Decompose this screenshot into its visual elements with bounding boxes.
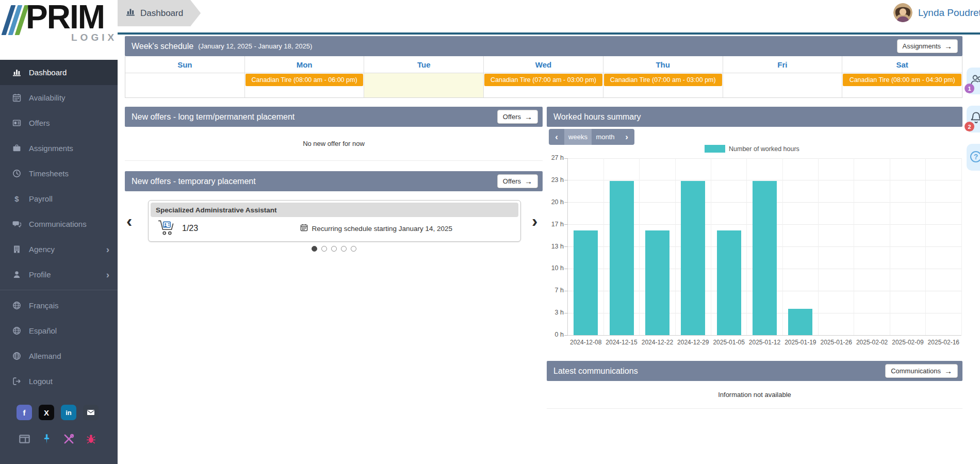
schedule-event-badge[interactable]: Canadian Tire (07:00 am - 03:00 pm): [604, 74, 722, 86]
period-prev-button[interactable]: ‹: [549, 129, 564, 145]
globe-icon: [12, 352, 21, 361]
sidebar-item-communications[interactable]: Communications: [0, 211, 118, 237]
contacts-fab[interactable]: 1: [967, 68, 980, 94]
arrow-right-icon: →: [944, 42, 952, 50]
day-cell-mon: Canadian Tire (08:00 am - 06:00 pm): [245, 73, 365, 87]
day-cell-empty-thu: [603, 87, 723, 97]
period-month-button[interactable]: month: [592, 129, 619, 145]
sidebar-item-offers[interactable]: Offers: [0, 110, 118, 136]
chart-legend: Number of worked hours: [705, 145, 799, 153]
x-axis-label: 2025-01-12: [746, 339, 783, 346]
logout-icon: [12, 377, 21, 386]
sidebar-item-francais[interactable]: Français: [0, 293, 118, 318]
offers-long-term-button[interactable]: Offers →: [497, 110, 538, 124]
tools-icon[interactable]: [61, 431, 76, 446]
sidebar-item-label: Dashboard: [29, 68, 67, 77]
sidebar-item-dashboard[interactable]: Dashboard: [0, 60, 118, 85]
sidebar-item-agency[interactable]: Agency›: [0, 237, 118, 262]
worked-hours-chart: 0 h3 h7 h10 h13 h17 h20 h23 h27 h2024-12…: [567, 158, 961, 336]
communications-button[interactable]: Communications →: [885, 364, 958, 378]
globe-icon: [12, 301, 21, 310]
sidebar-item-label: Français: [29, 301, 59, 310]
facebook-icon[interactable]: f: [17, 405, 32, 420]
sidebar-item-logout[interactable]: Logout: [0, 369, 118, 394]
sidebar-item-espanol[interactable]: Español: [0, 318, 118, 343]
notifications-fab[interactable]: 2: [967, 106, 980, 132]
period-next-button[interactable]: ›: [619, 129, 634, 145]
bar-2025-01-19[interactable]: [788, 309, 812, 335]
x-axis-label: 2024-12-15: [603, 339, 640, 346]
sidebar: PRIM LOGIX DashboardAvailabilityOffersAs…: [0, 0, 118, 464]
sidebar-item-label: Offers: [29, 119, 50, 127]
schedule-event-badge[interactable]: Canadian Tire (08:00 am - 06:00 pm): [246, 74, 364, 86]
period-weeks-button[interactable]: weeks: [564, 129, 592, 145]
contacts-badge: 1: [965, 84, 974, 93]
x-axis-label: 2025-02-02: [854, 339, 891, 346]
y-axis-label: 17 h: [543, 221, 564, 228]
bug-icon[interactable]: [83, 431, 99, 446]
browser-icon[interactable]: [17, 431, 32, 446]
bar-2024-12-22[interactable]: [645, 230, 669, 335]
globe-icon: [12, 326, 21, 336]
sidebar-item-profile[interactable]: Profile›: [0, 262, 118, 287]
user-menu[interactable]: Lynda Poudrette: [893, 3, 980, 22]
y-tick: [564, 269, 568, 269]
carousel-next-button[interactable]: ›: [532, 214, 537, 227]
pin-icon[interactable]: [39, 431, 54, 446]
bar-2025-01-12[interactable]: [753, 181, 777, 335]
sidebar-divider: [0, 290, 118, 290]
day-cell-empty-fri: [723, 87, 843, 97]
sidebar-item-availability[interactable]: Availability: [0, 85, 118, 110]
gridline-v: [603, 158, 604, 335]
schedule-event-badge[interactable]: Canadian Tire (08:00 am - 04:30 pm): [843, 74, 961, 86]
help-fab[interactable]: ?: [967, 144, 980, 171]
schedule-event-badge[interactable]: Canadian Tire (07:00 am - 03:00 pm): [484, 74, 602, 86]
x-axis-label: 2024-12-08: [567, 339, 605, 346]
offer-card-title: Specialized Administrative Assistant: [151, 203, 518, 217]
email-icon[interactable]: [83, 405, 99, 420]
offer-schedule-info: Recurring schedule starting January 14, …: [300, 224, 452, 233]
offers-temporary-button[interactable]: Offers →: [497, 174, 538, 188]
avatar[interactable]: [893, 3, 912, 22]
sidebar-item-label: Payroll: [29, 194, 53, 203]
dashboard-icon: [12, 68, 21, 77]
carousel-dot-3[interactable]: [331, 246, 337, 252]
sidebar-item-payroll[interactable]: $Payroll: [0, 186, 118, 211]
carousel-prev-button[interactable]: ‹: [126, 214, 132, 227]
x-axis-label: 2025-01-05: [710, 339, 747, 346]
bar-2024-12-15[interactable]: [610, 181, 634, 335]
weeks-schedule-date-range: (January 12, 2025 - January 18, 2025): [198, 42, 312, 50]
sidebar-item-allemand[interactable]: Allemand: [0, 343, 118, 369]
day-header-sun: Sun: [125, 56, 245, 73]
day-cell-empty-sun: [125, 87, 245, 97]
sidebar-item-label: Allemand: [29, 352, 61, 360]
carousel-dot-2[interactable]: [321, 246, 327, 252]
carousel-dot-1[interactable]: [312, 246, 317, 252]
gridline-v: [890, 158, 890, 335]
day-cell-empty-wed: [484, 87, 603, 97]
y-axis-label: 20 h: [543, 198, 564, 206]
offer-card[interactable]: Specialized Administrative Assistant 1/2…: [148, 200, 521, 242]
gridline-v: [782, 158, 783, 335]
breadcrumb-tab-dashboard[interactable]: Dashboard: [118, 0, 201, 26]
gridline-v: [746, 158, 747, 335]
app-logo[interactable]: PRIM LOGIX: [0, 0, 118, 60]
carousel-dot-5[interactable]: [351, 246, 356, 252]
tool-links: [0, 431, 118, 446]
x-icon[interactable]: X: [39, 405, 54, 420]
carousel-dot-4[interactable]: [341, 246, 347, 252]
sidebar-item-label: Communications: [29, 220, 87, 228]
day-header-fri: Fri: [723, 56, 843, 73]
sidebar-item-label: Availability: [29, 93, 66, 102]
sidebar-item-timesheets[interactable]: Timesheets: [0, 161, 118, 186]
assignments-button[interactable]: Assignments →: [897, 39, 958, 53]
breadcrumb-label: Dashboard: [140, 8, 183, 19]
arrow-right-icon: →: [525, 113, 532, 121]
gridline-v: [675, 158, 676, 335]
bar-2024-12-08[interactable]: [574, 230, 598, 335]
linkedin-icon[interactable]: in: [61, 405, 76, 420]
bar-2025-01-05[interactable]: [717, 230, 741, 335]
sidebar-item-assignments[interactable]: Assignments: [0, 136, 118, 161]
bar-2024-12-29[interactable]: [681, 181, 705, 335]
offers-long-term-title: New offers - long term/permanent placeme…: [132, 112, 295, 122]
